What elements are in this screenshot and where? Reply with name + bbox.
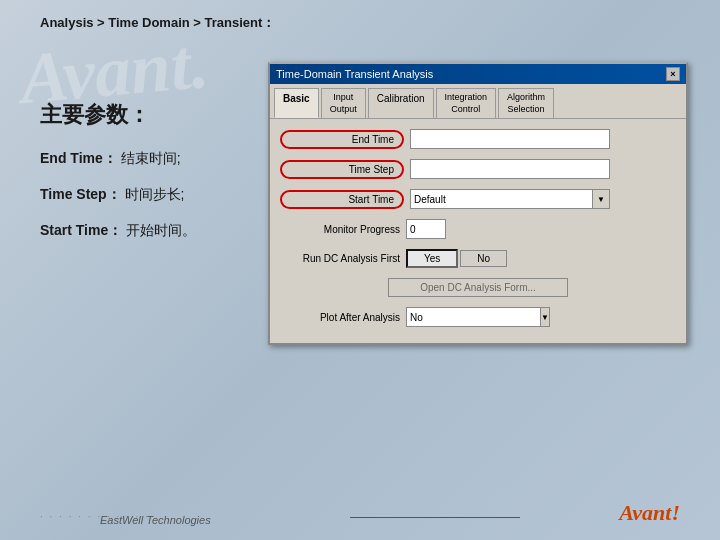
plot-after-input[interactable]: [406, 307, 540, 327]
tab-basic[interactable]: Basic: [274, 88, 319, 118]
time-step-row: Time Step: [280, 159, 676, 179]
run-dc-yes-button[interactable]: Yes: [406, 249, 458, 268]
start-time-input-col: ▼: [410, 189, 676, 209]
param-end-time: End Time： 结束时间;: [40, 150, 196, 168]
plot-after-select-container: ▼: [406, 307, 526, 327]
param-start-time-zh: 开始时间。: [126, 222, 196, 238]
plot-after-dropdown-button[interactable]: ▼: [540, 307, 550, 327]
start-time-input[interactable]: [410, 189, 592, 209]
time-step-label[interactable]: Time Step: [280, 160, 404, 179]
param-time-step: Time Step： 时间步长;: [40, 186, 196, 204]
tab-algorithm-selection[interactable]: Algorithm Selection: [498, 88, 554, 118]
tab-bar: Basic Input Output Calibration Integrati…: [270, 84, 686, 119]
run-dc-no-button[interactable]: No: [460, 250, 507, 267]
param-end-time-label: End Time：: [40, 150, 117, 166]
param-end-time-zh: 结束时间;: [121, 150, 181, 166]
left-panel: 主要参数： End Time： 结束时间; Time Step： 时间步长; S…: [40, 100, 196, 258]
dialog-body: End Time Time Step Start Time ▼: [270, 119, 686, 343]
bottom-logo: Avant!: [619, 500, 680, 526]
open-dc-form-button[interactable]: Open DC Analysis Form...: [388, 278, 568, 297]
start-time-label[interactable]: Start Time: [280, 190, 404, 209]
monitor-progress-input[interactable]: [406, 219, 446, 239]
param-time-step-label: Time Step：: [40, 186, 121, 202]
plot-after-row: Plot After Analysis ▼: [280, 307, 676, 327]
monitor-progress-label: Monitor Progress: [280, 224, 400, 235]
start-time-label-col: Start Time: [280, 190, 410, 209]
run-dc-row: Run DC Analysis First Yes No: [280, 249, 676, 268]
time-step-input[interactable]: [410, 159, 610, 179]
time-step-label-col: Time Step: [280, 160, 410, 179]
monitor-progress-row: Monitor Progress: [280, 219, 676, 239]
tab-input-output[interactable]: Input Output: [321, 88, 366, 118]
dialog: Time-Domain Transient Analysis × Basic I…: [268, 62, 688, 345]
end-time-label[interactable]: End Time: [280, 130, 404, 149]
end-time-input-col: [410, 129, 676, 149]
dialog-close-button[interactable]: ×: [666, 67, 680, 81]
start-time-dropdown-container: ▼: [410, 189, 610, 209]
dialog-titlebar: Time-Domain Transient Analysis ×: [270, 64, 686, 84]
param-start-time-label: Start Time：: [40, 222, 122, 238]
breadcrumb: Analysis > Time Domain > Transient：: [40, 14, 275, 32]
tab-calibration[interactable]: Calibration: [368, 88, 434, 118]
dialog-title: Time-Domain Transient Analysis: [276, 68, 433, 80]
end-time-label-col: End Time: [280, 130, 410, 149]
plot-after-label: Plot After Analysis: [280, 312, 400, 323]
company-name: EastWell Technologies: [100, 514, 211, 526]
tab-integration-control[interactable]: Integration Control: [436, 88, 497, 118]
end-time-row: End Time: [280, 129, 676, 149]
time-step-input-col: [410, 159, 676, 179]
main-title: 主要参数：: [40, 100, 196, 130]
run-dc-label: Run DC Analysis First: [280, 253, 400, 264]
param-time-step-zh: 时间步长;: [125, 186, 185, 202]
end-time-input[interactable]: [410, 129, 610, 149]
bottom-divider: [350, 517, 520, 518]
param-start-time: Start Time： 开始时间。: [40, 222, 196, 240]
start-time-row: Start Time ▼: [280, 189, 676, 209]
start-time-dropdown-button[interactable]: ▼: [592, 189, 610, 209]
